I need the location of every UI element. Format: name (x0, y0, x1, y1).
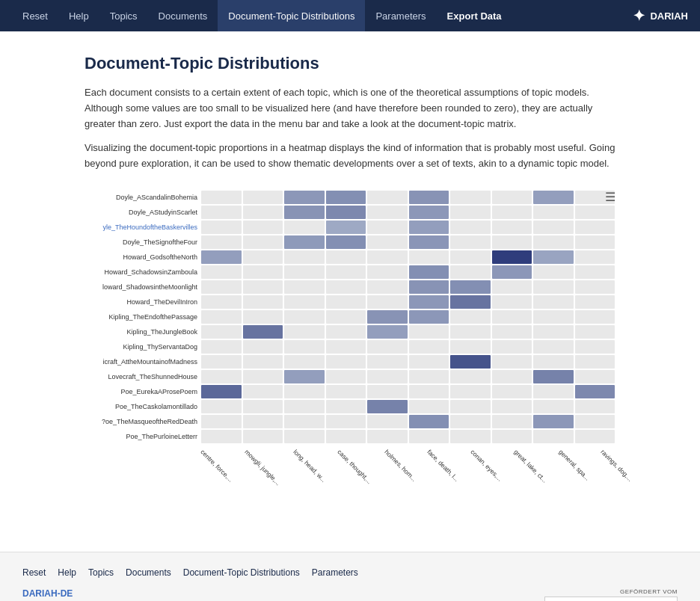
heatmap-cell[interactable] (367, 191, 408, 204)
heatmap-cell[interactable] (326, 370, 366, 383)
heatmap-cell[interactable] (533, 340, 574, 354)
heatmap-cell[interactable] (533, 355, 574, 369)
heatmap-cell[interactable] (284, 206, 325, 219)
footer-nav-item[interactable]: Documents (126, 567, 171, 578)
heatmap-cell[interactable] (492, 325, 532, 339)
heatmap-cell[interactable] (326, 355, 366, 369)
heatmap-cell[interactable] (284, 265, 325, 279)
heatmap-cell[interactable] (409, 415, 449, 428)
heatmap-cell[interactable] (284, 235, 325, 249)
heatmap-cell[interactable] (201, 295, 242, 309)
heatmap-cell[interactable] (450, 265, 491, 279)
heatmap-cell[interactable] (575, 415, 615, 428)
heatmap-cell[interactable] (284, 280, 325, 294)
heatmap-cell[interactable] (326, 325, 366, 339)
heatmap-cell[interactable] (409, 265, 449, 279)
heatmap-cell[interactable] (201, 250, 242, 264)
heatmap-cell[interactable] (575, 400, 615, 413)
heatmap-cell[interactable] (409, 430, 449, 443)
heatmap-cell[interactable] (409, 340, 449, 354)
heatmap-cell[interactable] (326, 206, 366, 219)
heatmap-cell[interactable] (243, 400, 283, 413)
heatmap-cell[interactable] (201, 310, 242, 324)
heatmap-cell[interactable] (326, 221, 366, 234)
heatmap-cell[interactable] (450, 250, 491, 264)
heatmap-cell[interactable] (243, 340, 283, 354)
heatmap-cell[interactable] (409, 355, 449, 369)
heatmap-cell[interactable] (367, 415, 408, 428)
heatmap-cell[interactable] (367, 235, 408, 249)
heatmap-cell[interactable] (450, 400, 491, 413)
heatmap-cell[interactable] (201, 370, 242, 383)
heatmap-cell[interactable] (326, 430, 366, 443)
nav-dtd[interactable]: Document-Topic Distributions (218, 0, 365, 31)
heatmap-cell[interactable] (492, 265, 532, 279)
heatmap-cell[interactable] (492, 221, 532, 234)
heatmap-cell[interactable] (533, 265, 574, 279)
heatmap-cell[interactable] (533, 191, 574, 204)
heatmap-cell[interactable] (284, 325, 325, 339)
heatmap-cell[interactable] (450, 355, 491, 369)
heatmap-cell[interactable] (243, 385, 283, 398)
heatmap-cell[interactable] (533, 400, 574, 413)
heatmap-cell[interactable] (243, 191, 283, 204)
heatmap-cell[interactable] (367, 430, 408, 443)
heatmap-cell[interactable] (575, 385, 615, 398)
heatmap-cell[interactable] (326, 265, 366, 279)
heatmap-cell[interactable] (409, 221, 449, 234)
heatmap-cell[interactable] (409, 206, 449, 219)
heatmap-cell[interactable] (367, 400, 408, 413)
heatmap-cell[interactable] (450, 310, 491, 324)
nav-parameters[interactable]: Parameters (365, 0, 436, 31)
heatmap-cell[interactable] (492, 250, 532, 264)
heatmap-cell[interactable] (243, 235, 283, 249)
heatmap-cell[interactable] (367, 221, 408, 234)
heatmap-cell[interactable] (326, 340, 366, 354)
heatmap-cell[interactable] (284, 400, 325, 413)
heatmap-cell[interactable] (284, 415, 325, 428)
heatmap-cell[interactable] (450, 235, 491, 249)
heatmap-cell[interactable] (409, 385, 449, 398)
heatmap-cell[interactable] (367, 250, 408, 264)
nav-help[interactable]: Help (58, 0, 99, 31)
heatmap-cell[interactable] (284, 310, 325, 324)
heatmap-cell[interactable] (284, 191, 325, 204)
heatmap-cell[interactable] (409, 325, 449, 339)
heatmap-cell[interactable] (409, 310, 449, 324)
heatmap-cell[interactable] (450, 415, 491, 428)
heatmap-cell[interactable] (367, 340, 408, 354)
heatmap-cell[interactable] (575, 221, 615, 234)
heatmap-cell[interactable] (492, 206, 532, 219)
heatmap-cell[interactable] (492, 400, 532, 413)
heatmap-cell[interactable] (243, 206, 283, 219)
heatmap-cell[interactable] (450, 221, 491, 234)
heatmap-cell[interactable] (201, 206, 242, 219)
heatmap-cell[interactable] (450, 340, 491, 354)
heatmap-cell[interactable] (201, 235, 242, 249)
heatmap-cell[interactable] (409, 295, 449, 309)
heatmap-cell[interactable] (409, 280, 449, 294)
heatmap-cell[interactable] (326, 415, 366, 428)
heatmap-cell[interactable] (367, 355, 408, 369)
heatmap-cell[interactable] (243, 430, 283, 443)
nav-documents[interactable]: Documents (148, 0, 218, 31)
heatmap-cell[interactable] (243, 325, 283, 339)
heatmap-cell[interactable] (284, 221, 325, 234)
heatmap-cell[interactable] (367, 385, 408, 398)
heatmap-cell[interactable] (201, 385, 242, 398)
heatmap-cell[interactable] (326, 280, 366, 294)
footer-nav-item[interactable]: Topics (88, 567, 114, 578)
chart-menu-icon[interactable]: ☰ (605, 190, 615, 204)
heatmap-cell[interactable] (284, 340, 325, 354)
heatmap-cell[interactable] (284, 430, 325, 443)
heatmap-cell[interactable] (367, 310, 408, 324)
heatmap-cell[interactable] (326, 400, 366, 413)
heatmap-cell[interactable] (533, 415, 574, 428)
heatmap-cell[interactable] (533, 385, 574, 398)
heatmap-cell[interactable] (201, 355, 242, 369)
heatmap-cell[interactable] (575, 250, 615, 264)
heatmap-cell[interactable] (492, 295, 532, 309)
heatmap-cell[interactable] (326, 385, 366, 398)
heatmap-cell[interactable] (326, 191, 366, 204)
heatmap-cell[interactable] (243, 295, 283, 309)
